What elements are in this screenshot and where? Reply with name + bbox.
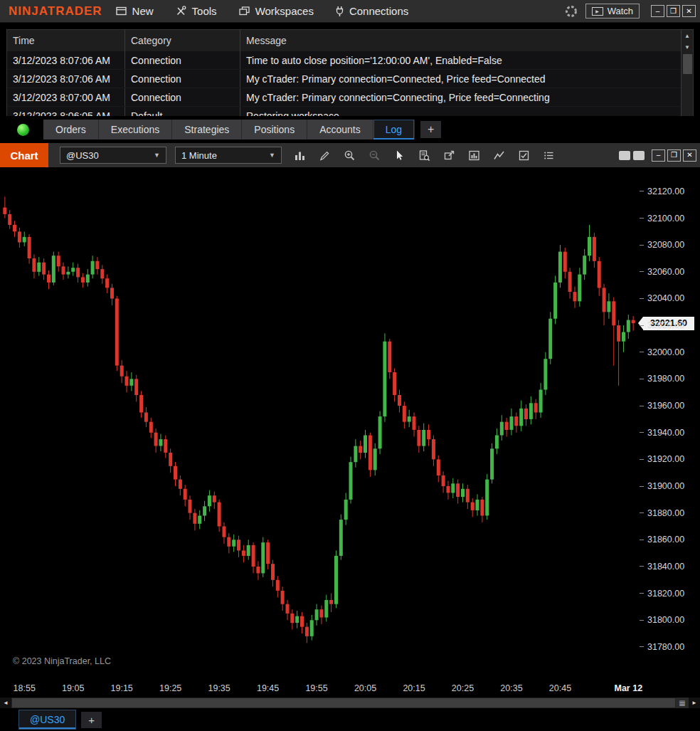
indicators-icon[interactable] [492, 149, 505, 162]
minimize-button[interactable]: – [651, 5, 664, 17]
maximize-button[interactable]: ❐ [667, 5, 680, 17]
chevron-down-icon: ▼ [269, 152, 275, 159]
data-box-icon[interactable] [418, 149, 430, 162]
log-cell-message: My cTrader: Primary connection=Connected… [240, 70, 681, 88]
chart-minimize-button[interactable]: – [652, 149, 665, 162]
tick-mark [640, 593, 644, 594]
chart-close-button[interactable]: ✕ [683, 149, 696, 162]
watch-play-icon: ▶ [592, 7, 603, 16]
hscroll-thumb[interactable] [12, 698, 675, 708]
chart-toolbar [293, 149, 555, 162]
time-tick-label: 19:25 [159, 683, 181, 693]
menu-workspaces[interactable]: Workspaces [238, 5, 314, 17]
cursor-icon[interactable] [393, 149, 405, 162]
log-cell-time: 3/12/2023 8:07:00 AM [7, 88, 125, 106]
chart-style-icon[interactable] [293, 149, 306, 162]
price-tick-label: 31980.00 [640, 373, 684, 384]
log-row[interactable]: 3/12/2023 8:07:06 AM Connection My cTrad… [7, 70, 681, 88]
strategies-icon[interactable] [517, 149, 530, 162]
chart-window-title: Chart [0, 143, 48, 167]
price-tick-label: 32040.00 [640, 293, 684, 304]
time-axis[interactable]: 18:5519:0519:1519:2519:3519:4519:5520:05… [0, 680, 700, 698]
scroll-down-icon[interactable]: ▼ [682, 41, 694, 53]
tab-positions[interactable]: Positions [242, 120, 307, 140]
add-tab-button[interactable]: + [420, 121, 441, 138]
column-header-message[interactable]: Message [240, 30, 681, 51]
chart-horizontal-scrollbar[interactable]: ◄ ▦ ► [0, 698, 700, 708]
price-tick-label: 31920.00 [640, 453, 684, 465]
properties-icon[interactable] [542, 149, 555, 162]
column-header-time[interactable]: Time [7, 30, 125, 51]
price-tick-label: 32020.00 [640, 320, 684, 331]
tab-orders[interactable]: Orders [43, 120, 99, 140]
tick-mark [640, 325, 644, 326]
price-tick-label: 31960.00 [640, 400, 684, 411]
chart-tab-us30[interactable]: @US30 [18, 710, 76, 730]
panel-button-icon[interactable] [619, 151, 630, 160]
price-tick-label: 31940.00 [640, 427, 684, 438]
hscroll-track[interactable] [11, 698, 676, 708]
chart-bottom-tabs: @US30 + [0, 708, 700, 731]
log-cell-message: My cTrader: Primary connection=Connectin… [240, 88, 681, 106]
tab-strategies[interactable]: Strategies [172, 120, 242, 140]
tick-mark [640, 540, 644, 540]
scroll-right-icon[interactable]: ► [689, 698, 700, 708]
menu-tools[interactable]: Tools [175, 5, 217, 17]
column-header-category[interactable]: Category [125, 30, 240, 51]
candlestick-svg [0, 167, 638, 680]
tick-mark [640, 459, 644, 460]
price-tick-label: 31800.00 [640, 614, 684, 626]
log-table: Time Category Message 3/12/2023 8:07:06 … [7, 30, 681, 116]
tick-mark [640, 218, 644, 219]
log-row[interactable]: 3/12/2023 8:06:05 AM Default Restoring w… [7, 107, 681, 116]
log-row[interactable]: 3/12/2023 8:07:00 AM Connection My cTrad… [7, 88, 681, 107]
price-tick-label: 31860.00 [640, 534, 684, 545]
log-vertical-scrollbar[interactable]: ▲ ▼ [681, 30, 693, 116]
tick-mark [640, 406, 644, 406]
tick-mark [640, 432, 644, 433]
interval-select[interactable]: 1 Minute ▼ [175, 147, 282, 164]
price-tick-label: 31900.00 [640, 480, 684, 492]
watch-button[interactable]: ▶ Watch [585, 4, 640, 19]
scrollbar-thumb[interactable] [683, 54, 692, 74]
menu-new[interactable]: New [115, 5, 154, 17]
close-button[interactable]: ✕ [682, 5, 696, 17]
menu-connections[interactable]: Connections [335, 5, 408, 17]
scroll-left-icon[interactable]: ◄ [0, 698, 11, 708]
tab-log[interactable]: Log [373, 120, 415, 140]
drawing-tools-icon[interactable] [318, 149, 331, 162]
time-tick-label: 19:35 [208, 683, 230, 693]
zoom-in-icon[interactable] [343, 149, 356, 162]
menu-workspaces-label: Workspaces [255, 5, 314, 17]
grid-resize-icon[interactable]: ▦ [676, 698, 689, 708]
tick-mark [640, 191, 644, 191]
instrument-select[interactable]: @US30 ▼ [60, 147, 166, 164]
log-cell-time: 3/12/2023 8:06:05 AM [7, 107, 125, 116]
log-row[interactable]: 3/12/2023 8:07:06 AM Connection Time to … [7, 51, 681, 70]
watch-button-label: Watch [608, 6, 633, 16]
log-cell-message: Time to auto close position='12:00:00 AM… [240, 51, 681, 69]
chart-plot[interactable]: © 2023 NinjaTrader, LLC [0, 167, 638, 680]
price-tick-label: 32100.00 [640, 213, 684, 224]
log-cell-category: Connection [125, 70, 240, 88]
app-title-bar: NINJATRADER New Tools Workspaces [0, 0, 700, 23]
price-tick-label: 32000.00 [640, 347, 684, 358]
send-to-icon[interactable] [442, 149, 455, 162]
price-axis[interactable]: 32021.60 32120.0032100.0032080.0032060.0… [638, 167, 700, 680]
app-logo: NINJATRADER [9, 4, 102, 19]
tab-executions[interactable]: Executions [99, 120, 172, 140]
scroll-up-icon[interactable]: ▲ [682, 30, 694, 41]
time-axis-labels: 18:5519:0519:1519:2519:3519:4519:5520:05… [0, 680, 638, 698]
time-tick-label: 19:55 [305, 683, 327, 693]
chart-maximize-button[interactable]: ❐ [667, 149, 681, 162]
interval-value: 1 Minute [181, 150, 217, 161]
tools-icon [175, 6, 187, 16]
tab-accounts[interactable]: Accounts [307, 120, 373, 140]
time-tick-label: 19:15 [111, 683, 133, 693]
panel-button-icon[interactable] [633, 151, 645, 160]
log-panel: Time Category Message 3/12/2023 8:07:06 … [6, 29, 694, 116]
chart-trader-icon[interactable] [467, 149, 480, 162]
chart-add-tab-button[interactable]: + [81, 712, 102, 728]
price-tick-label: 32120.00 [640, 186, 684, 197]
chart-main-area: © 2023 NinjaTrader, LLC 32021.60 32120.0… [0, 167, 700, 680]
